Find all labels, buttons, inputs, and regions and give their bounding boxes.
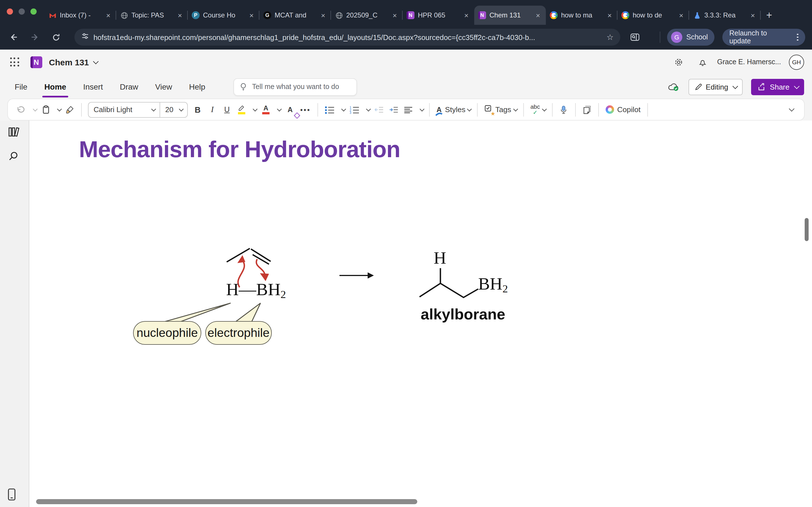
minimize-window-button[interactable] [18,8,25,15]
tab-close-button[interactable]: × [534,11,542,19]
font-color-button[interactable]: A [261,102,271,117]
tab-title: Topic: PAS [132,11,172,19]
ribbon-collapse-icon[interactable] [789,106,795,112]
tab-close-button[interactable]: × [462,11,470,19]
tab-close-button[interactable]: × [677,11,685,19]
menu-home[interactable]: Home [43,80,67,94]
notebooks-button[interactable] [8,126,20,138]
ribbon-divider [647,103,648,116]
user-avatar[interactable]: GH [789,54,804,69]
close-window-button[interactable] [7,8,13,15]
tab-202509[interactable]: 202509_C × [331,6,403,25]
notifications-bell-icon[interactable] [698,57,707,66]
tags-dropdown-icon[interactable] [513,107,518,111]
numbered-list-button[interactable]: 123 [349,102,360,117]
app-launcher-icon[interactable] [10,57,19,66]
notebook-dropdown-icon[interactable] [93,58,98,64]
align-button[interactable] [403,102,413,117]
font-color-dropdown-icon[interactable] [277,107,282,111]
tab-chem131-active[interactable]: N Chem 131 × [474,6,546,25]
tab-howto-1[interactable]: how to ma × [546,6,617,25]
horizontal-scrollbar[interactable] [36,499,417,504]
menu-file[interactable]: File [13,80,29,94]
menu-help[interactable]: Help [188,80,207,94]
font-color-bar [262,112,269,114]
indent-button[interactable] [389,102,399,117]
share-button[interactable]: Share [751,78,804,95]
tab-close-button[interactable]: × [391,11,399,19]
undo-icon [16,105,26,114]
window-controls [7,8,37,15]
notebook-name[interactable]: Chem 131 [49,57,89,67]
editing-dropdown-icon[interactable] [733,83,739,89]
editing-mode-button[interactable]: Editing [688,78,743,95]
bookmark-icon[interactable]: ☆ [606,33,613,42]
align-dropdown-icon[interactable] [419,107,424,111]
tab-close-button[interactable]: × [176,11,184,19]
tab-close-button[interactable]: × [319,11,327,19]
tab-course[interactable]: P Course Ho × [188,6,259,25]
font-size-select[interactable]: 20 [160,105,188,114]
tab-howto-2[interactable]: how to de × [617,6,689,25]
feed-button[interactable] [581,102,592,117]
sync-status-icon[interactable] [667,82,679,91]
relaunch-to-update-button[interactable]: Relaunch to update [723,29,805,46]
styles-button[interactable]: AStyles [436,102,471,117]
profile-chip[interactable]: G School [667,29,714,46]
tags-button[interactable]: ★Tags [484,102,517,117]
address-bar[interactable]: hofstra1edu-my.sharepoint.com/personal/g… [74,29,620,46]
reload-button[interactable] [52,33,61,41]
back-button[interactable] [9,33,18,42]
settings-gear-icon[interactable] [674,57,683,67]
undo-button[interactable] [16,102,27,117]
font-size-dropdown-icon[interactable] [179,107,184,111]
tab-close-button[interactable]: × [606,11,613,19]
paste-dropdown-icon[interactable] [57,107,62,111]
bullet-list-button[interactable] [324,102,335,117]
dictate-button[interactable] [559,102,569,117]
paste-button[interactable] [41,102,51,117]
menu-view[interactable]: View [154,80,173,94]
share-dropdown-icon[interactable] [794,83,800,89]
tab-inbox[interactable]: Inbox (7) - × [45,6,116,25]
und o-dropdown-icon[interactable] [33,107,38,111]
copilot-button[interactable]: Copilot [605,102,641,117]
search-button[interactable] [8,151,18,162]
numbered-list-dropdown-icon[interactable] [366,107,371,111]
highlight-button[interactable] [237,102,247,117]
new-tab-button[interactable]: + [761,6,777,25]
vertical-scrollbar[interactable] [805,218,809,241]
tab-hpr[interactable]: N HPR 065 × [403,6,474,25]
tab-topic[interactable]: Topic: PAS × [116,6,188,25]
page-panel-button[interactable] [8,489,16,501]
menu-draw[interactable]: Draw [119,80,139,94]
zoom-window-button[interactable] [31,8,37,15]
tab-close-button[interactable]: × [248,11,255,19]
page-canvas[interactable]: Mechanism for Hydroboration [29,121,812,507]
forward-button[interactable] [31,33,40,42]
clear-formatting-button[interactable]: A [285,102,295,117]
highlight-dropdown-icon[interactable] [253,107,258,111]
more-formatting-button[interactable]: ••• [300,102,311,117]
browser-menu-icon[interactable] [795,34,801,41]
styles-dropdown-icon[interactable] [467,107,472,111]
bullet-list-dropdown-icon[interactable] [341,107,346,111]
bold-button[interactable]: B [193,102,203,117]
italic-button[interactable]: I [207,102,217,117]
spellcheck-button[interactable]: abc✓ [530,102,546,117]
font-name-dropdown-icon[interactable] [151,107,156,111]
tab-333-reactions[interactable]: 3.3.3: Rea × [689,6,761,25]
outdent-button[interactable] [374,102,384,117]
tab-close-button[interactable]: × [104,11,112,19]
url-text: hofstra1edu-my.sharepoint.com/personal/g… [93,33,602,41]
tab-close-button[interactable]: × [749,11,757,19]
underline-button[interactable]: U [222,102,232,117]
font-name-select[interactable]: Calibri Light [89,105,160,114]
format-painter-button[interactable] [65,102,75,117]
spellcheck-dropdown-icon[interactable] [542,107,546,111]
site-settings-icon[interactable] [81,32,89,42]
side-panel-icon[interactable] [630,33,640,42]
menu-insert[interactable]: Insert [82,80,104,94]
tab-mcat[interactable]: G MCAT and × [259,6,331,25]
tell-me-search[interactable]: Tell me what you want to do [234,78,357,96]
